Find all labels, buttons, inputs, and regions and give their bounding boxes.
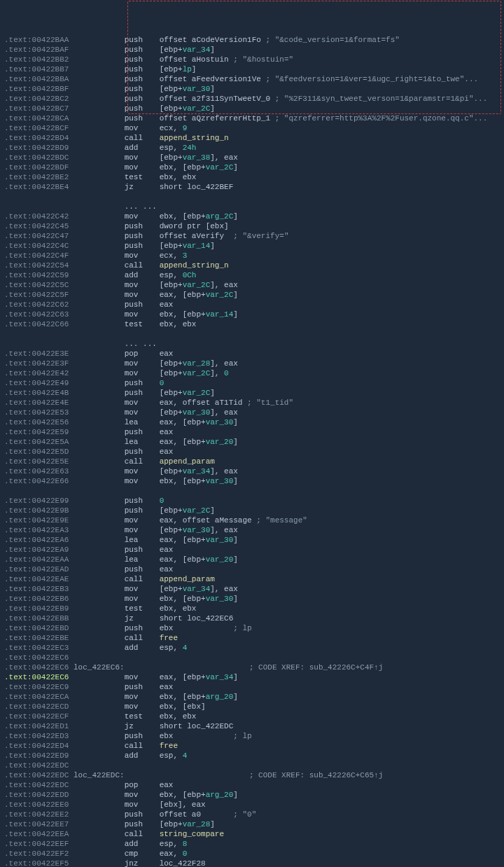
asm-line[interactable]: .text:00422EA6 lea eax, [ebp+var_30] [0,535,504,545]
asm-line[interactable]: ... ... [0,202,504,211]
asm-line[interactable]: .text:00422EBE call free [0,633,504,643]
asm-line[interactable]: .text:00422BD9 add esp, 24h [0,143,504,153]
asm-line[interactable]: .text:00422C54 call append_string_n [0,261,504,270]
comment: ; lp [233,732,251,740]
asm-line[interactable]: .text:00422C4F mov ecx, 3 [0,251,504,261]
asm-line[interactable]: .text:00422C62 push eax [0,300,504,310]
asm-line[interactable]: .text:00422BC7 push [ebp+var_2C] [0,104,504,113]
asm-line[interactable]: .text:00422BD4 call append_string_n [0,133,504,143]
asm-line[interactable] [0,486,504,496]
asm-line[interactable]: .text:00422E4B push [ebp+var_2C] [0,388,504,398]
asm-line[interactable]: .text:00422E5E call append_param [0,457,504,466]
asm-line[interactable]: .text:00422ED9 add esp, 4 [0,751,504,761]
asm-line[interactable]: .text:00422EBD push ebx ; lp [0,623,504,633]
asm-line[interactable]: .text:00422BBA push offset aFeedversion1… [0,74,504,84]
asm-line[interactable]: .text:00422EDC pop eax [0,780,504,790]
asm-line[interactable]: .text:00422EAA lea eax, [ebp+var_20] [0,555,504,564]
mnemonic: push [125,45,160,55]
asm-line[interactable]: .text:00422EE7 push [ebp+var_28] [0,819,504,829]
asm-line[interactable]: .text:00422EF5 jnz loc_422F28 [0,859,504,867]
asm-line[interactable]: .text:00422ECF test ebx, ebx [0,712,504,721]
asm-line[interactable]: .text:00422C63 mov ebx, [ebp+var_14] [0,310,504,319]
operand: ] [233,595,238,603]
asm-line[interactable]: .text:00422C59 add esp, 0Ch [0,270,504,280]
asm-line[interactable]: .text:00422BDF mov ebx, [ebp+var_2C] [0,162,504,172]
asm-line[interactable]: .text:00422EAD push eax [0,564,504,574]
asm-line[interactable]: .text:00422E3F mov [ebp+var_28], eax [0,359,504,368]
asm-line[interactable]: .text:00422BBF push [ebp+var_30] [0,84,504,94]
asm-line[interactable]: .text:00422BCA push offset aQzreferrerHt… [0,113,504,123]
asm-line[interactable]: .text:00422ED1 jz short loc_422EDC [0,721,504,731]
asm-line[interactable]: .text:00422EE0 mov [ebx], eax [0,800,504,810]
asm-line[interactable]: ... ... [0,339,504,349]
asm-line[interactable]: .text:00422EEF add esp, 8 [0,839,504,849]
asm-line[interactable]: .text:00422ECD mov ebx, [ebx] [0,702,504,712]
asm-line[interactable] [0,192,504,202]
asm-line[interactable]: .text:00422E4E mov eax, offset aT1Tid ; … [0,398,504,408]
asm-line[interactable]: .text:00422BCF mov ecx, 9 [0,123,504,133]
asm-line[interactable]: .text:00422BB2 push offset aHostuin ; "&… [0,55,504,64]
asm-line[interactable]: .text:00422E63 mov [ebp+var_34], eax [0,466,504,476]
asm-line[interactable]: .text:00422ECA mov ebx, [ebp+arg_20] [0,692,504,702]
address: .text:00422EAD [4,565,69,574]
operand: ecx, [160,124,183,132]
asm-line[interactable]: .text:00422E5D push eax [0,447,504,457]
asm-line[interactable]: .text:00422EC6 [0,653,504,663]
asm-line[interactable]: .text:00422EC3 add esp, 4 [0,643,504,653]
address: .text:00422BBF [4,85,69,93]
asm-line[interactable]: .text:00422E59 push eax [0,427,504,437]
asm-line[interactable]: .text:00422E42 mov [ebp+var_2C], 0 [0,368,504,378]
asm-line[interactable]: .text:00422EA9 push eax [0,545,504,555]
asm-line[interactable]: .text:00422E5A lea eax, [ebp+var_20] [0,437,504,447]
asm-line[interactable]: .text:00422BDC mov [ebp+var_38], eax [0,153,504,162]
asm-line[interactable]: .text:00422E99 push 0 [0,496,504,506]
asm-line[interactable]: .text:00422EE2 push offset a0 ; "0" [0,810,504,819]
asm-line[interactable]: .text:00422E66 mov ebx, [ebp+var_30] [0,476,504,486]
asm-line[interactable]: .text:00422E49 push 0 [0,378,504,388]
asm-line[interactable]: .text:00422E56 lea eax, [ebp+var_30] [0,417,504,427]
asm-line[interactable]: .text:00422E9B push [ebp+var_2C] [0,506,504,515]
operand: ] [210,242,215,250]
disassembly-listing[interactable]: .text:00422BAA push offset aCodeVersion1… [0,35,504,867]
asm-line[interactable]: .text:00422EEA call string_compare [0,829,504,839]
asm-line[interactable]: .text:00422BB7 push [ebp+lp] [0,64,504,74]
mnemonic: push [125,94,160,104]
asm-line[interactable]: .text:00422E53 mov [ebp+var_30], eax [0,408,504,417]
asm-line[interactable]: .text:00422EAE call append_param [0,574,504,584]
asm-line[interactable]: .text:00422EDC loc_422EDC: ; CODE XREF: … [0,770,504,780]
address: .text:00422EDD [4,791,69,799]
asm-line[interactable]: .text:00422EF2 cmp eax, 0 [0,849,504,859]
asm-line[interactable]: .text:00422EC6 mov eax, [ebp+var_34] [0,672,504,682]
asm-line[interactable]: .text:00422E3E pop eax [0,349,504,359]
asm-line[interactable]: .text:00422EDC [0,761,504,770]
asm-line[interactable]: .text:00422C4C push [ebp+var_14] [0,241,504,251]
asm-line[interactable]: .text:00422BE4 jz short loc_422BEF [0,182,504,192]
asm-line[interactable]: .text:00422C45 push dword ptr [ebx] [0,221,504,231]
asm-line[interactable]: .text:00422C42 mov ebx, [ebp+arg_2C] [0,211,504,221]
asm-line[interactable]: .text:00422BC2 push offset a2f311SynTwee… [0,94,504,104]
asm-line[interactable]: .text:00422C47 push offset aVerify ; "&v… [0,231,504,241]
asm-line[interactable]: .text:00422BAF push [ebp+var_34] [0,45,504,55]
mnemonic: add [125,839,160,849]
asm-line[interactable]: .text:00422BE2 test ebx, ebx [0,172,504,182]
operand: eax, [160,849,183,858]
asm-line[interactable]: .text:00422C5C mov [ebp+var_2C], eax [0,280,504,290]
asm-line[interactable]: .text:00422EC6 loc_422EC6: ; CODE XREF: … [0,663,504,672]
asm-line[interactable]: .text:00422EDD mov ebx, [ebp+arg_20] [0,790,504,800]
asm-line[interactable]: .text:00422EB3 mov [ebp+var_34], eax [0,584,504,594]
asm-line[interactable] [0,329,504,339]
asm-line[interactable]: .text:00422EC9 push eax [0,682,504,692]
asm-line[interactable]: .text:00422E9E mov eax, offset aMessage … [0,515,504,525]
asm-line[interactable]: .text:00422C66 test ebx, ebx [0,319,504,329]
asm-line[interactable]: .text:00422BAA push offset aCodeVersion1… [0,35,504,45]
asm-line[interactable]: .text:00422EA3 mov [ebp+var_30], eax [0,525,504,535]
asm-line[interactable]: .text:00422EB9 test ebx, ebx [0,604,504,613]
asm-line[interactable]: .text:00422EBB jz short loc_422EC6 [0,613,504,623]
asm-line[interactable]: .text:00422ED4 call free [0,741,504,751]
asm-line[interactable]: .text:00422C5F mov eax, [ebp+var_2C] [0,290,504,300]
mnemonic: push [125,447,160,457]
asm-line[interactable]: .text:00422EB6 mov ebx, [ebp+var_30] [0,594,504,604]
asm-line[interactable]: .text:00422ED3 push ebx ; lp [0,731,504,741]
mnemonic: push [125,427,160,437]
comment: ; lp [233,624,251,632]
